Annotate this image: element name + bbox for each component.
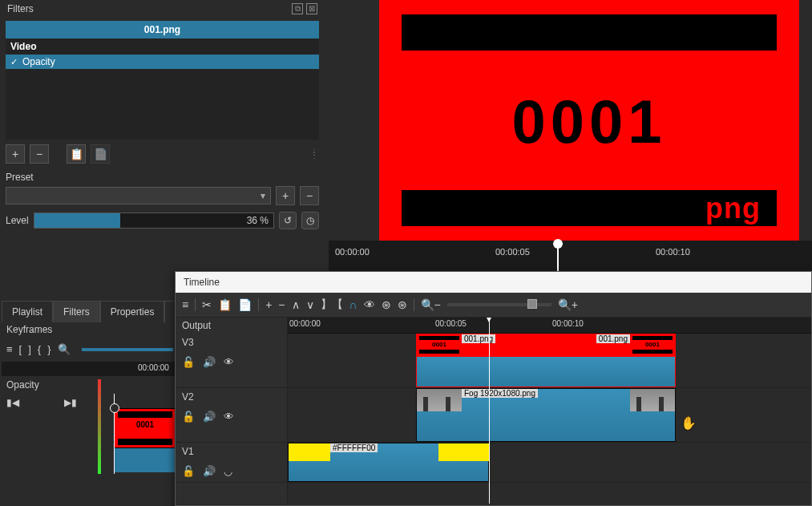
tl-menu-icon[interactable]: ≡ [182,298,188,311]
tl-zoom-in-icon[interactable]: 🔍+ [558,298,578,311]
preset-add-button[interactable]: + [276,186,295,205]
tl-ripple-all-icon[interactable]: ⊛ [398,298,407,311]
track-head-v1[interactable]: V1 🔓 🔊 ◡ [176,443,287,483]
clip-thumb-left [417,334,462,357]
timeline-tracks[interactable]: 00:00:00 00:00:05 00:00:10 001.png 001.p… [288,318,811,504]
level-keyframe-button[interactable]: ◷ [301,212,319,229]
ruler-tick-5: 00:00:05 [495,247,530,257]
lock-icon[interactable]: 🔓 [182,411,195,423]
tl-zoom-out-icon[interactable]: 🔍− [421,298,441,311]
level-label: Level [6,215,29,226]
hide-icon[interactable]: 👁 [224,411,234,423]
track-v1[interactable]: #FFFFFF00 [288,443,811,483]
copy-filter-button[interactable]: 📋 [67,144,86,164]
clip-name-left: 001.png [462,334,495,343]
track-name-v3: V3 [182,337,281,348]
mute-icon[interactable]: 🔊 [203,465,216,477]
kf-thumb-text: 0001 [115,420,176,429]
remove-filter-button[interactable]: − [30,144,49,164]
kf-ruler-t0: 00:00:00 [138,363,169,372]
keyframes-panel: Keyframes ≡ [ ] { } 🔍 00:00:00 Opacity ▮… [2,319,178,474]
preview-badge: png [705,192,761,225]
track-v3[interactable]: 001.png 001.png [288,334,811,388]
mute-icon[interactable]: 🔊 [203,356,216,368]
filters-panel: Filters ⧉ ⊠ 001.png Video ✓ Opacity + − … [4,2,321,233]
close-icon[interactable]: ⊠ [306,3,317,14]
kf-ruler[interactable]: 00:00:00 [2,362,178,376]
tl-scrub-icon[interactable]: 👁 [364,298,375,311]
kf-zoom-out-icon[interactable]: 🔍 [58,343,71,355]
kf-zoom-slider[interactable] [82,348,173,351]
tl-remove-icon[interactable]: − [278,298,285,311]
clip-name: Fog 1920x1080.png [462,389,538,398]
timeline-toolbar: ≡ ✂ 📋 📄 + − ∧ ∨ 】【 ∩ 👁 ⊛ ⊛ 🔍− 🔍+ [176,293,811,318]
kf-edge-marker [98,379,101,474]
kf-playhead[interactable] [114,394,115,474]
timeline-playhead[interactable] [489,318,490,504]
kf-property-label: Opacity [2,376,178,394]
loading-icon[interactable]: ◡ [224,465,232,477]
more-icon[interactable]: ⋮⋮ [310,151,319,157]
tl-ruler-t0: 00:00:00 [289,319,321,328]
lock-icon[interactable]: 🔓 [182,356,195,368]
level-fill [34,213,120,228]
filter-list: Video ✓ Opacity [6,38,319,140]
mute-icon[interactable]: 🔊 [203,411,216,423]
kf-menu-icon[interactable]: ≡ [6,343,13,355]
preview-playhead[interactable] [557,241,559,273]
kf-bracket-close-icon[interactable]: ] [28,343,31,355]
tl-split-icon[interactable]: 】【 [321,298,343,312]
tl-copy-icon[interactable]: 📋 [218,298,232,311]
level-reset-button[interactable]: ↺ [279,212,297,229]
tl-ruler-t10: 00:00:10 [552,319,584,328]
preview-monitor: 0001 png [379,0,799,241]
check-icon[interactable]: ✓ [10,57,18,67]
track-head-v3[interactable]: V3 🔓 🔊 👁 [176,334,287,388]
clip-name: #FFFFFF00 [330,443,378,452]
filter-item-label: Opacity [22,56,55,67]
preview-bar-top [402,14,777,51]
track-v2[interactable]: Fog 1920x1080.png [288,388,811,443]
lock-icon[interactable]: 🔓 [182,465,195,477]
clip-name-right: 001.png [596,334,630,343]
clip-thumb-right [630,334,675,357]
add-filter-button[interactable]: + [6,144,25,164]
clip-v2-fog[interactable]: Fog 1920x1080.png [416,388,676,442]
preview-main-text: 0001 [379,87,799,156]
kf-next-button[interactable]: ▶▮ [64,397,77,408]
track-head-v2[interactable]: V2 🔓 🔊 👁 [176,388,287,443]
timeline-title[interactable]: Timeline [176,272,811,293]
tl-lift-icon[interactable]: ∧ [292,298,300,311]
timeline-window: Timeline ≡ ✂ 📋 📄 + − ∧ ∨ 】【 ∩ 👁 ⊛ ⊛ 🔍− 🔍… [175,271,812,506]
clip-v3-001[interactable]: 001.png 001.png [416,334,676,387]
paste-filter-button[interactable]: 📄 [91,144,110,164]
level-slider[interactable]: 36 % [34,213,274,229]
hide-icon[interactable]: 👁 [224,356,234,368]
preset-label: Preset [6,172,319,183]
output-label[interactable]: Output [176,318,287,334]
kf-prev-button[interactable]: ▮◀ [6,397,19,408]
tl-ripple-icon[interactable]: ⊛ [382,298,391,311]
preset-remove-button[interactable]: − [300,186,319,205]
track-name-v1: V1 [182,446,281,457]
clip-v1-color[interactable]: #FFFFFF00 [288,443,489,482]
undock-icon[interactable]: ⧉ [292,3,303,14]
kf-brace-close-icon[interactable]: } [47,343,50,355]
tl-snap-icon[interactable]: ∩ [349,298,358,311]
tl-paste-icon[interactable]: 📄 [238,298,252,311]
clip-thumb-left [417,389,462,411]
level-value: 36 % [247,215,269,226]
tl-cut-icon[interactable]: ✂ [202,298,212,311]
ruler-tick-0: 00:00:00 [335,247,370,257]
kf-bracket-open-icon[interactable]: [ [19,343,22,355]
preview-ruler[interactable]: 00:00:00 00:00:05 00:00:10 [329,241,812,273]
filter-item-opacity[interactable]: ✓ Opacity [6,55,319,69]
timeline-ruler[interactable]: 00:00:00 00:00:05 00:00:10 [288,318,811,334]
tl-zoom-slider[interactable] [447,303,551,306]
preview-bar-bottom: png [402,190,777,226]
preset-select[interactable] [6,187,271,204]
kf-brace-open-icon[interactable]: { [38,343,41,355]
tl-overwrite-icon[interactable]: ∨ [306,298,314,311]
kf-clip[interactable]: 0001 001 [114,408,176,472]
tl-append-icon[interactable]: + [265,298,272,311]
